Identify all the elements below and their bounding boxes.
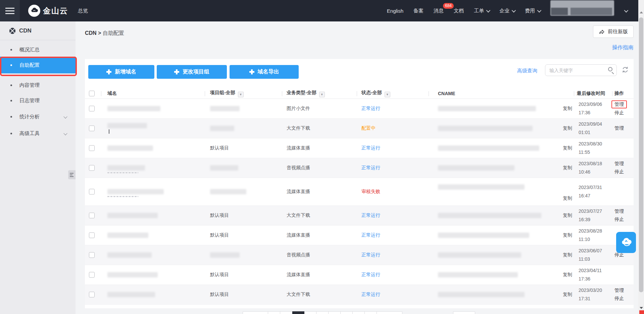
pager-page[interactable] [292, 311, 304, 314]
business-type: 图片小文件 [287, 106, 310, 112]
breadcrumb-current: 自助配置 [103, 30, 124, 36]
stop-link[interactable]: 停止 [614, 296, 624, 302]
change-project-group-button[interactable]: 更改项目组 [157, 65, 227, 79]
pagination [243, 311, 402, 314]
stop-link[interactable]: 停止 [614, 216, 624, 223]
copy-link[interactable]: 复制 [563, 165, 572, 171]
status-filter-dropdown-icon[interactable]: ▼ [385, 91, 390, 97]
scrollbar-down-arrow[interactable] [640, 307, 643, 309]
sidebar-item-3[interactable]: 日志管理 [0, 94, 76, 107]
copy-link[interactable]: 复制 [563, 212, 572, 218]
project-group: 默认项目 [210, 272, 229, 278]
advanced-search-link[interactable]: 高级查询 [517, 68, 537, 74]
operation-guide-link[interactable]: 操作指南 [612, 44, 634, 51]
status-badge: 正常运行 [361, 165, 380, 171]
row-checkbox[interactable] [89, 233, 95, 238]
stop-link[interactable]: 停止 [614, 169, 624, 175]
scrollbar-up-arrow[interactable] [640, 11, 643, 13]
nav-item-english[interactable]: English [387, 8, 403, 14]
message-count-badge: 684 [443, 3, 454, 9]
row-checkbox[interactable] [89, 106, 95, 112]
bullet-icon [10, 64, 12, 66]
row-checkbox[interactable] [89, 189, 95, 195]
pager-page[interactable] [341, 311, 353, 314]
row-checkbox[interactable] [89, 292, 95, 298]
pager-prev[interactable] [243, 311, 268, 314]
refresh-icon[interactable] [621, 66, 629, 75]
sidebar-product-header: CDN [0, 21, 76, 40]
pager-page[interactable] [353, 311, 365, 314]
business-type: 音视频点播 [287, 165, 310, 171]
nav-item-overview[interactable]: 总览 [78, 0, 88, 21]
business-filter-dropdown-icon[interactable]: ▼ [319, 91, 325, 97]
nav-item-beian[interactable]: 备案 [413, 8, 424, 14]
copy-link[interactable]: 复制 [563, 272, 572, 278]
add-domain-button[interactable]: 新增域名 [88, 65, 154, 79]
manage-link[interactable]: 管理 [614, 161, 624, 167]
project-group-redacted [210, 165, 238, 171]
customer-service-float-icon[interactable] [616, 232, 636, 253]
copy-link[interactable]: 复制 [563, 252, 572, 258]
row-checkbox[interactable] [89, 272, 95, 278]
select-all-checkbox[interactable] [89, 91, 95, 97]
row-checkbox[interactable] [89, 145, 95, 151]
nav-item-docs[interactable]: 文档 [454, 8, 464, 14]
export-domain-button[interactable]: 域名导出 [230, 65, 299, 79]
table-row: 流媒体直播审核失败复制2023/07/3116:47 [85, 178, 634, 206]
sidebar-item-1[interactable]: 自助配置 [0, 57, 76, 73]
copy-link[interactable]: 复制 [563, 195, 572, 201]
sidebar-collapse-handle[interactable] [68, 170, 76, 179]
row-checkbox[interactable] [89, 252, 95, 258]
sidebar-item-2[interactable]: 内容管理 [0, 78, 76, 92]
col-header-modified-time: 最后修改时间 [577, 90, 605, 97]
nav-item-messages[interactable]: 消息 684 [434, 8, 444, 14]
pager-page[interactable] [280, 311, 292, 314]
search-box [545, 64, 617, 76]
row-actions: 管理 [614, 125, 624, 131]
account-menu[interactable] [624, 9, 627, 12]
sidebar-item-label: 概况汇总 [19, 47, 40, 53]
hamburger-menu-icon[interactable] [0, 0, 20, 21]
sidebar-item-4[interactable]: 统计分析 [0, 110, 76, 123]
sidebar-item-label: 日志管理 [19, 98, 40, 104]
col-header-status: 状态-全部▼ [361, 89, 390, 97]
page-size-select[interactable] [453, 311, 475, 314]
stop-link[interactable]: 停止 [614, 110, 624, 116]
row-checkbox[interactable] [89, 213, 95, 218]
row-checkbox[interactable] [89, 165, 95, 171]
breadcrumb-root[interactable]: CDN > [85, 30, 101, 36]
col-header-project-group: 项目组-全部▼ [210, 89, 244, 97]
search-input[interactable] [549, 65, 603, 75]
search-icon[interactable] [608, 67, 612, 71]
pager-page[interactable] [365, 311, 377, 314]
sidebar-item-label: 统计分析 [19, 114, 40, 120]
sidebar-item-5[interactable]: 高级工具 [0, 127, 76, 140]
bullet-icon [10, 133, 12, 134]
copy-link[interactable]: 复制 [563, 145, 572, 151]
copy-link[interactable]: 复制 [563, 292, 572, 298]
go-new-version-button[interactable]: 前往新版 [593, 25, 634, 38]
manage-link[interactable]: 管理 [614, 208, 624, 214]
pager-page[interactable] [329, 311, 341, 314]
manage-link[interactable]: 管理 [614, 288, 624, 294]
row-checkbox[interactable] [89, 126, 95, 131]
nav-item-workorder[interactable]: 工单 [474, 8, 489, 14]
pager-page[interactable] [316, 311, 329, 314]
manage-link[interactable]: 管理 [611, 101, 627, 109]
nav-item-billing[interactable]: 费用 [525, 8, 540, 14]
pager-next[interactable] [377, 311, 402, 314]
copy-link[interactable]: 复制 [563, 125, 572, 131]
manage-link[interactable]: 管理 [614, 125, 624, 131]
nav-item-enterprise[interactable]: 企业 [499, 8, 515, 14]
copy-link[interactable]: 复制 [563, 106, 572, 112]
scrollbar-thumb[interactable] [639, 17, 643, 292]
pager-page[interactable] [268, 311, 280, 314]
brand-logo[interactable]: 金山云 [28, 0, 68, 21]
modified-time: 2023/09/0617:36 [579, 100, 602, 117]
bullet-icon [10, 84, 12, 86]
breadcrumb: CDN > 自助配置 [85, 30, 124, 37]
project-filter-dropdown-icon[interactable]: ▼ [238, 91, 244, 97]
sidebar-item-0[interactable]: 概况汇总 [0, 43, 76, 56]
pager-page[interactable] [304, 311, 316, 314]
copy-link[interactable]: 复制 [563, 232, 572, 238]
